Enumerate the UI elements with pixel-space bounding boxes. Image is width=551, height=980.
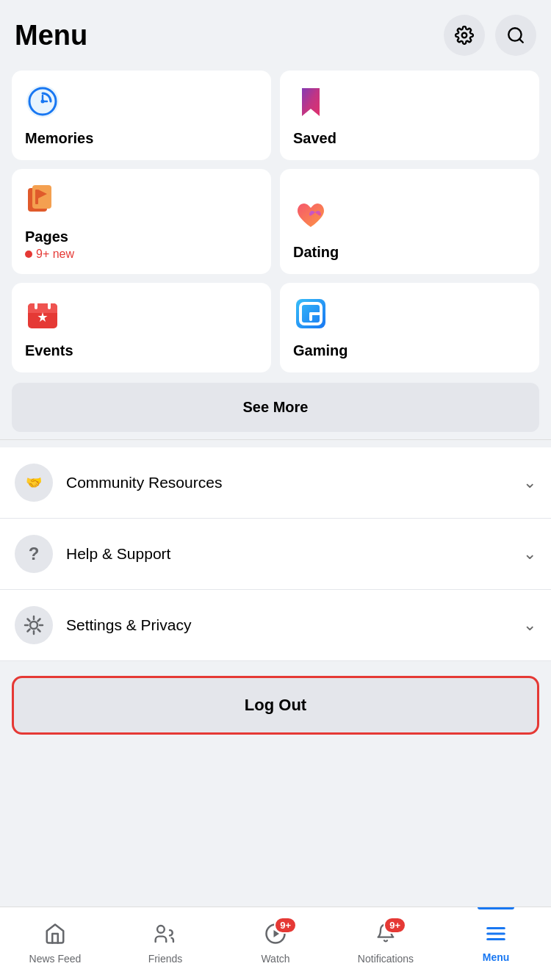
notifications-label: Notifications <box>358 953 414 965</box>
svg-line-2 <box>519 39 523 43</box>
home-icon <box>44 923 66 950</box>
community-resources-row[interactable]: 🤝 Community Resources ⌄ <box>0 447 551 519</box>
nav-item-friends[interactable]: Friends <box>110 907 220 980</box>
watch-badge: 9+ <box>274 917 297 934</box>
gaming-label: Gaming <box>293 342 526 359</box>
menu-card-events[interactable]: Events <box>12 283 271 372</box>
help-label: Help & Support <box>66 545 523 563</box>
logout-container: Log Out <box>0 661 551 749</box>
svg-point-35 <box>157 926 165 933</box>
community-chevron: ⌄ <box>523 473 536 492</box>
svg-text:🤝: 🤝 <box>26 475 43 491</box>
bell-icon: 9+ <box>375 923 396 950</box>
pages-label: Pages <box>25 228 258 245</box>
svg-rect-9 <box>32 185 51 209</box>
page-title: Menu <box>15 20 87 51</box>
see-more-button[interactable]: See More <box>12 383 539 432</box>
dating-label: Dating <box>293 244 526 261</box>
header-icons <box>444 15 536 56</box>
svg-rect-10 <box>35 190 38 204</box>
svg-text:?: ? <box>29 544 40 563</box>
friends-icon <box>153 923 178 950</box>
settings-icon <box>15 606 53 644</box>
nav-item-menu[interactable]: Menu <box>441 907 551 980</box>
community-label: Community Resources <box>66 474 523 491</box>
notifications-badge: 9+ <box>383 917 406 934</box>
menu-grid: Memories Saved <box>0 63 551 380</box>
section-rows: 🤝 Community Resources ⌄ ? Help & Support… <box>0 447 551 661</box>
divider-1 <box>0 439 551 440</box>
menu-card-saved[interactable]: Saved <box>280 71 539 160</box>
bottom-nav: News Feed Friends 9+ Watch <box>0 907 551 980</box>
menu-card-dating[interactable]: Dating <box>280 169 539 274</box>
menu-label: Menu <box>483 951 510 963</box>
menu-card-memories[interactable]: Memories <box>12 71 271 160</box>
community-icon: 🤝 <box>15 464 53 502</box>
memories-icon <box>25 84 258 124</box>
nav-item-news-feed[interactable]: News Feed <box>0 907 110 980</box>
saved-label: Saved <box>293 130 526 147</box>
nav-item-watch[interactable]: 9+ Watch <box>220 907 331 980</box>
menu-card-pages[interactable]: Pages 9+ new <box>12 169 271 274</box>
settings-privacy-row[interactable]: Settings & Privacy ⌄ <box>0 590 551 661</box>
svg-point-0 <box>462 33 467 38</box>
search-button[interactable] <box>495 15 536 56</box>
nav-item-notifications[interactable]: 9+ Notifications <box>331 907 441 980</box>
svg-point-25 <box>16 608 51 643</box>
pages-icon <box>25 182 258 223</box>
logout-button[interactable]: Log Out <box>12 676 539 735</box>
pages-sublabel: 9+ new <box>25 248 258 261</box>
settings-label: Settings & Privacy <box>66 616 523 634</box>
menu-card-gaming[interactable]: Gaming <box>280 283 539 372</box>
saved-icon <box>293 84 526 124</box>
menu-icon <box>485 924 507 948</box>
watch-label: Watch <box>261 953 289 965</box>
help-chevron: ⌄ <box>523 544 536 563</box>
help-icon: ? <box>15 535 53 573</box>
watch-icon: 9+ <box>264 923 287 950</box>
svg-rect-20 <box>309 312 312 321</box>
active-indicator <box>478 907 514 909</box>
events-label: Events <box>25 342 258 359</box>
header: Menu <box>0 0 551 63</box>
settings-chevron: ⌄ <box>523 616 536 635</box>
dating-icon <box>293 198 526 238</box>
memories-label: Memories <box>25 130 258 147</box>
gear-button[interactable] <box>444 15 485 56</box>
friends-label: Friends <box>148 953 183 965</box>
pages-badge-dot <box>25 251 32 258</box>
events-icon <box>25 296 258 336</box>
help-support-row[interactable]: ? Help & Support ⌄ <box>0 519 551 590</box>
gaming-icon <box>293 296 526 336</box>
news-feed-label: News Feed <box>29 953 82 965</box>
